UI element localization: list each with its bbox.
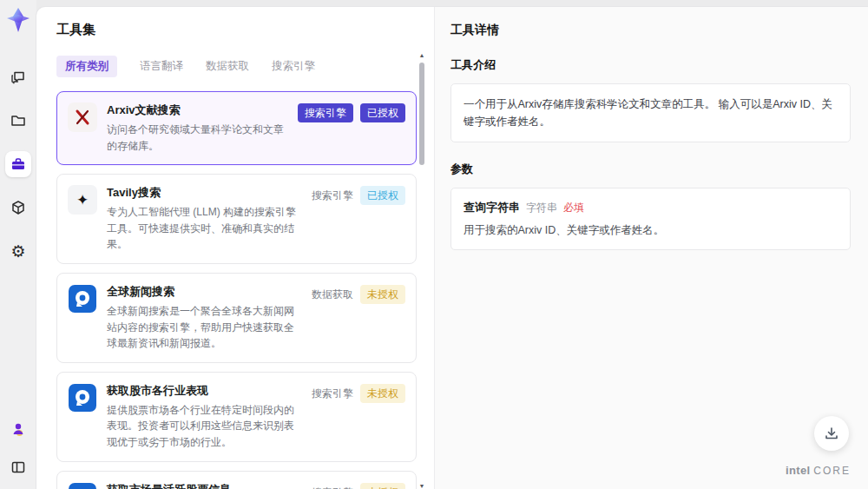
tool-card-list: Arxiv文献搜索 访问各个研究领域大量科学论文和文章的存储库。 搜索引擎 已授…	[56, 91, 417, 489]
category-badge: 搜索引擎	[298, 103, 353, 122]
tool-card-sector-performance[interactable]: 获取股市各行业表现 提供股票市场各个行业在特定时间段内的表现。投资者可以利用这些…	[56, 372, 417, 462]
rail-nav: ⚙	[5, 64, 31, 264]
tool-name: 获取市场最活跃股票信息	[107, 482, 302, 489]
tool-description: 专为人工智能代理 (LLM) 构建的搜索引擎工具。可快速提供实时、准确和真实的结…	[107, 204, 302, 253]
params-heading: 参数	[450, 162, 851, 177]
param-required-flag: 必填	[563, 201, 584, 215]
parameter-box: 查询字符串 字符串 必填 用于搜索的Arxiv ID、关键字或作者姓名。	[450, 188, 851, 250]
tool-name: 全球新闻搜索	[107, 284, 302, 300]
page-title: 工具集	[56, 22, 434, 38]
sparkle-icon: ✦	[68, 185, 97, 215]
gear-icon: ⚙	[10, 243, 25, 260]
tool-card-arxiv[interactable]: Arxiv文献搜索 访问各个研究领域大量科学论文和文章的存储库。 搜索引擎 已授…	[56, 91, 417, 165]
arxiv-logo-icon	[68, 102, 97, 132]
nav-chat-icon[interactable]	[5, 64, 31, 90]
scroll-down-arrow[interactable]: ▼	[418, 483, 425, 489]
download-button[interactable]	[814, 416, 849, 451]
tool-card-most-active-stocks[interactable]: 获取市场最活跃股票信息 提供当天交易量最高的股票列表，投资者可以利用这些信息来识…	[56, 471, 417, 489]
nav-folder-icon[interactable]	[5, 108, 31, 134]
app-window: ⚙ 工具集 所有类别	[0, 0, 868, 489]
left-rail: ⚙	[0, 0, 36, 489]
tool-list-panel: 工具集 所有类别 语言翻译 数据获取 搜索引擎 A	[36, 7, 434, 489]
tab-all-categories[interactable]: 所有类别	[56, 56, 117, 77]
param-name: 查询字符串	[464, 200, 520, 215]
tab-data-fetch[interactable]: 数据获取	[206, 56, 249, 77]
intro-text-box: 一个用于从Arxiv存储库搜索科学论文和文章的工具。 输入可以是Arxiv ID…	[450, 83, 851, 142]
tool-name: 获取股市各行业表现	[107, 383, 302, 399]
auth-badge: 未授权	[360, 483, 405, 489]
auth-badge: 已授权	[360, 186, 405, 205]
auth-badge: 未授权	[360, 285, 405, 304]
download-icon	[824, 426, 839, 441]
tab-search-engine[interactable]: 搜索引擎	[272, 56, 315, 77]
tool-card-global-news[interactable]: 全球新闻搜索 全球新闻搜索是一个聚合全球各大新闻网站内容的搜索引擎，帮助用户快速…	[56, 273, 417, 363]
collapse-panel-icon[interactable]	[5, 454, 31, 480]
rail-bottom	[5, 416, 31, 480]
tool-name: Tavily搜索	[107, 185, 302, 201]
news-search-icon	[68, 284, 97, 314]
category-label: 搜索引擎	[312, 186, 353, 205]
list-scrollbar[interactable]: ▲ ▼	[418, 56, 425, 486]
nav-toolbox-icon-active[interactable]	[5, 151, 31, 177]
nav-cube-icon[interactable]	[5, 195, 31, 221]
tool-description: 全球新闻搜索是一个聚合全球各大新闻网站内容的搜索引擎，帮助用户快速获取全球最新资…	[107, 303, 302, 352]
scroll-up-arrow[interactable]: ▲	[418, 52, 425, 58]
details-title: 工具详情	[450, 23, 851, 38]
category-tabs: 所有类别 语言翻译 数据获取 搜索引擎	[56, 56, 434, 77]
tool-details-panel: 工具详情 工具介绍 一个用于从Arxiv存储库搜索科学论文和文章的工具。 输入可…	[434, 7, 868, 489]
intel-core-logo: intel core	[786, 464, 851, 477]
app-logo-icon	[5, 7, 31, 33]
content-shell: 工具集 所有类别 语言翻译 数据获取 搜索引擎 A	[36, 7, 868, 489]
auth-badge: 已授权	[360, 103, 405, 122]
param-description: 用于搜索的Arxiv ID、关键字或作者姓名。	[464, 223, 838, 238]
param-type: 字符串	[526, 201, 557, 215]
stock-search-icon	[68, 383, 97, 413]
tool-description: 提供股票市场各个行业在特定时间段内的表现。投资者可以利用这些信息来识别表现优于或…	[107, 402, 302, 451]
tool-name: Arxiv文献搜索	[107, 102, 288, 118]
tab-language-translation[interactable]: 语言翻译	[140, 56, 183, 77]
nav-settings-icon[interactable]: ⚙	[5, 238, 31, 264]
tool-description: 访问各个研究领域大量科学论文和文章的存储库。	[107, 122, 288, 154]
user-avatar-icon[interactable]	[5, 416, 31, 442]
auth-badge: 未授权	[360, 384, 405, 403]
scrollbar-thumb[interactable]	[419, 63, 424, 165]
category-label: 搜索引擎	[312, 483, 353, 489]
category-label: 数据获取	[312, 285, 353, 304]
tool-card-tavily[interactable]: ✦ Tavily搜索 专为人工智能代理 (LLM) 构建的搜索引擎工具。可快速提…	[56, 174, 417, 264]
intro-heading: 工具介绍	[450, 57, 851, 73]
category-label: 搜索引擎	[312, 384, 353, 403]
stock-search-icon	[68, 482, 97, 489]
